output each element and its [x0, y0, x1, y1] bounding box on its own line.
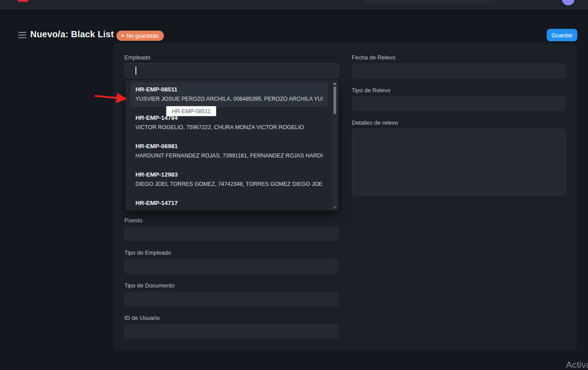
dropdown-option-description: ANDRE JARED CORNEJO LOPEZ, 70680018, COR… — [135, 209, 323, 210]
fecha-relevo-input[interactable] — [352, 63, 566, 78]
status-badge-label: No guardado — [127, 33, 159, 39]
status-badge: No guardado — [116, 31, 164, 41]
tipo-relevo-input[interactable] — [352, 96, 566, 111]
annotation-arrow-icon — [93, 93, 131, 104]
tooltip-text: HR-EMP-08511 — [172, 108, 211, 114]
page-header: Nuevo/a: Black List No guardado Guardar — [0, 9, 588, 43]
detalles-relevo-label: Detalles de relevo — [352, 119, 398, 126]
dropdown-option-id: HR-EMP-14784 — [135, 114, 323, 122]
text-caret — [135, 67, 136, 75]
save-button[interactable]: Guardar — [547, 29, 577, 41]
dropdown-option-id: HR-EMP-12983 — [135, 171, 323, 179]
detalles-relevo-textarea[interactable] — [352, 129, 566, 195]
tooltip: HR-EMP-08511 — [166, 106, 216, 116]
tipo-documento-label: Tipo de Documento — [124, 282, 175, 289]
hamburger-menu-icon[interactable] — [18, 32, 26, 38]
status-dot-icon — [122, 35, 124, 37]
dropdown-option-description: HARDUINT FERNANDEZ ROJAS, 73991161, FERN… — [135, 152, 323, 160]
triangle-up-icon[interactable] — [333, 83, 337, 85]
dropdown-option-1[interactable]: HR-EMP-08511 YUSVIER JOSUE PEROZO ARCHIL… — [130, 82, 328, 107]
id-usuario-input[interactable] — [124, 324, 339, 339]
top-navbar — [0, 0, 588, 9]
dropdown-option-description: VICTOR ROGELIO, 75967222, CHURA MONZA VI… — [135, 124, 323, 131]
dropdown-option-4[interactable]: HR-EMP-12983 DIEGO JOEL TORRES GOMEZ, 74… — [130, 167, 328, 193]
puesto-label: Puesto — [124, 217, 142, 224]
user-avatar[interactable] — [562, 0, 575, 5]
fecha-relevo-label: Fecha de Relevo — [352, 54, 395, 61]
triangle-down-icon[interactable] — [333, 206, 337, 209]
dropdown-scrollbar[interactable] — [333, 81, 337, 210]
dropdown-option-id: HR-EMP-08511 — [135, 86, 323, 94]
dropdown-option-2[interactable]: HR-EMP-14784 VICTOR ROGELIO, 75967222, C… — [130, 110, 328, 136]
navbar-divider — [538, 0, 539, 4]
id-usuario-label: ID de Usuario — [124, 315, 159, 321]
tipo-empleado-input[interactable] — [124, 259, 339, 274]
empleado-dropdown: HR-EMP-08511 YUSVIER JOSUE PEROZO ARCHIL… — [126, 80, 338, 210]
dropdown-option-id: HR-EMP-06981 — [135, 142, 323, 150]
app-logo[interactable] — [18, 0, 28, 2]
dropdown-option-id: HR-EMP-14717 — [135, 199, 323, 207]
empleado-input[interactable] — [124, 63, 339, 78]
global-search-input[interactable] — [363, 0, 495, 4]
dropdown-option-description: DIEGO JOEL TORRES GOMEZ, 74742348, TORRE… — [135, 181, 323, 188]
puesto-input[interactable] — [124, 227, 339, 241]
activation-watermark: Activa — [566, 359, 588, 370]
dropdown-option-description: YUSVIER JOSUE PEROZO ARCHILA, 008485395,… — [135, 95, 323, 103]
page-title: Nuevo/a: Black List — [30, 29, 114, 39]
tipo-empleado-label: Tipo de Empleado — [124, 249, 171, 256]
scrollbar-thumb[interactable] — [334, 87, 336, 114]
empleado-label: Empleado — [124, 54, 151, 61]
dropdown-option-3[interactable]: HR-EMP-06981 HARDUINT FERNANDEZ ROJAS, 7… — [130, 139, 328, 164]
tipo-documento-input[interactable] — [124, 292, 339, 307]
dropdown-option-5[interactable]: HR-EMP-14717 ANDRE JARED CORNEJO LOPEZ, … — [130, 196, 328, 210]
tipo-relevo-label: Tipo de Relevo — [352, 87, 390, 94]
